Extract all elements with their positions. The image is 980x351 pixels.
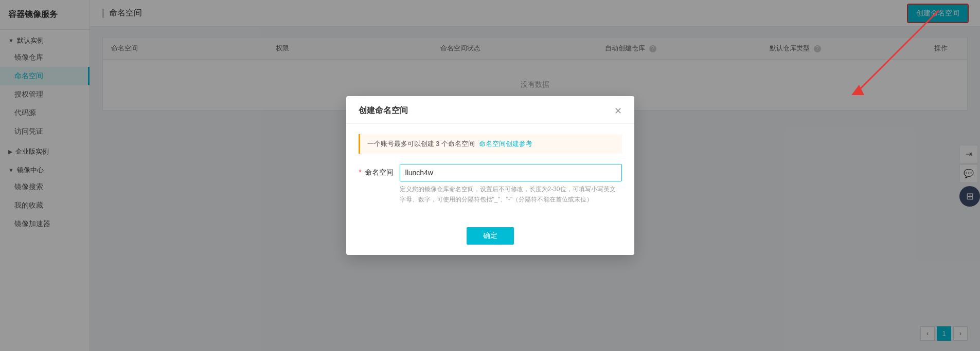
modal-close-button[interactable]: ✕	[614, 106, 622, 116]
create-namespace-modal: 创建命名空间 ✕ 一个账号最多可以创建 3 个命名空间 命名空间创建参考 * 命…	[346, 96, 634, 254]
required-mark: *	[359, 168, 361, 176]
modal-title: 创建命名空间	[359, 105, 408, 116]
namespace-input[interactable]	[400, 164, 622, 181]
notice-link[interactable]: 命名空间创建参考	[479, 139, 532, 149]
modal-body: 一个账号最多可以创建 3 个命名空间 命名空间创建参考 * 命名空间 定义您的镜…	[346, 124, 634, 220]
notice-bar: 一个账号最多可以创建 3 个命名空间 命名空间创建参考	[359, 134, 622, 154]
notice-text: 一个账号最多可以创建 3 个命名空间	[367, 139, 475, 149]
modal-footer: 确定	[346, 221, 634, 255]
confirm-button[interactable]: 确定	[467, 227, 514, 245]
namespace-form-row: * 命名空间 定义您的镜像仓库命名空间，设置后不可修改，长度为2-30位，可填写…	[359, 164, 622, 204]
label-text: 命名空间	[365, 168, 394, 176]
namespace-input-wrap: 定义您的镜像仓库命名空间，设置后不可修改，长度为2-30位，可填写小写英文字母、…	[400, 164, 622, 204]
namespace-form-label: * 命名空间	[359, 164, 400, 177]
namespace-hint: 定义您的镜像仓库命名空间，设置后不可修改，长度为2-30位，可填写小写英文字母、…	[400, 184, 622, 204]
modal-overlay[interactable]: 创建命名空间 ✕ 一个账号最多可以创建 3 个命名空间 命名空间创建参考 * 命…	[0, 0, 980, 351]
modal-header: 创建命名空间 ✕	[346, 96, 634, 124]
